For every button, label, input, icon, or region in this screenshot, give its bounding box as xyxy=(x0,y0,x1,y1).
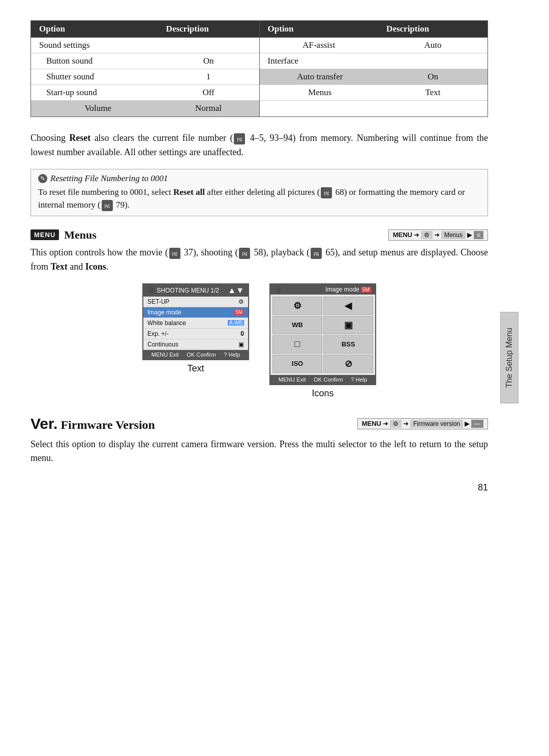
left-table-option-header: Option xyxy=(31,21,158,38)
fw-nav-item-3: — xyxy=(471,420,483,428)
table-row: AF-assist Auto xyxy=(260,38,488,53)
screen-header-title: 🎥 SHOOTING MENU 1/2 xyxy=(147,287,219,294)
note-title: ✎ Resetting File Numbering to 0001 xyxy=(38,173,480,184)
table-row: Interface xyxy=(260,53,488,69)
table-row: Button sound On xyxy=(31,53,259,69)
side-tab: The Setup Menu xyxy=(500,312,518,403)
page-ref-icon4: pg xyxy=(169,248,180,259)
text-screenshot: 🎥 SHOOTING MENU 1/2 ▲▼ SET-UP ⚙ Image mo… xyxy=(142,283,249,360)
nav-item-3: ≡ xyxy=(474,231,483,239)
fw-nav-arrow1: ➜ xyxy=(383,420,388,427)
screen-body: SET-UP ⚙ Image mode 5M White balance A-W… xyxy=(143,297,248,350)
note-body: To reset file numbering to 0001, select … xyxy=(38,186,480,212)
firmware-body-text: Select this option to display the curren… xyxy=(30,438,488,466)
firmware-title: Firmware Version xyxy=(60,418,155,432)
screen-row: Exp. +/- 0 xyxy=(143,329,248,339)
icon-cell-settings: ⚙ xyxy=(272,297,322,315)
settings-table: Option Description Sound settings Button… xyxy=(30,20,488,117)
page-ref-icon3: pg xyxy=(102,200,113,211)
icon-cell-cancel: ⊘ xyxy=(323,355,373,373)
menus-nav-breadcrumb: MENU ➜ ⚙ ➜ Menus ▶ ≡ xyxy=(388,229,488,241)
fw-nav-item-2: Firmware version xyxy=(410,420,463,428)
icon-cell-back: ◀ xyxy=(323,297,373,315)
text-screenshot-item: 🎥 SHOOTING MENU 1/2 ▲▼ SET-UP ⚙ Image mo… xyxy=(142,283,249,399)
fw-nav-arrow3: ▶ xyxy=(465,420,470,427)
table-row: Volume Normal xyxy=(31,101,259,117)
ver-prefix: Ver. xyxy=(30,415,57,432)
note-icon: ✎ xyxy=(38,174,47,183)
screen-row-highlight: Image mode 5M xyxy=(143,307,248,318)
page-ref-icon2: pg xyxy=(321,187,332,198)
screen-row: Continuous ▣ xyxy=(143,339,248,350)
icon-cell-wb: WB xyxy=(272,316,322,334)
page-ref-icon5: pg xyxy=(239,248,250,259)
menus-body-text: This option controls how the movie (pg 3… xyxy=(30,246,488,274)
table-row: Menus Text xyxy=(260,85,488,101)
page-number: 81 xyxy=(478,482,488,493)
left-table-desc-header: Description xyxy=(158,21,259,38)
nav-arrow1: ➜ xyxy=(414,231,419,239)
table-row: Auto transfer On xyxy=(260,69,488,85)
nav-menu-icon: MENU xyxy=(393,231,412,239)
table-row: Shutter sound 1 xyxy=(31,69,259,85)
right-table-option-header: Option xyxy=(260,21,379,38)
note-box: ✎ Resetting File Numbering to 0001 To re… xyxy=(30,169,488,216)
table-row: Start-up sound Off xyxy=(31,85,259,101)
screenshots-row: 🎥 SHOOTING MENU 1/2 ▲▼ SET-UP ⚙ Image mo… xyxy=(30,283,488,399)
icons-screenshot-item: 🎥 Image mode 5M ⚙ ◀ WB ▣ □ BSS ISO ⊘ MEN… xyxy=(269,283,376,399)
page-ref-icon: pg xyxy=(234,133,245,144)
menus-title-group: MENU Menus xyxy=(30,228,97,242)
menu-badge: MENU xyxy=(30,229,59,240)
nav-item-1: ⚙ xyxy=(421,231,433,239)
icons-screen-footer: MENU Exit OK Confirm ? Help xyxy=(270,375,375,384)
table-row: Sound settings xyxy=(31,38,259,53)
firmware-section-header: Ver. Firmware Version MENU ➜ ⚙ ➜ Firmwar… xyxy=(30,415,488,432)
icons-screen-body: ⚙ ◀ WB ▣ □ BSS ISO ⊘ xyxy=(270,295,375,375)
side-tab-text: The Setup Menu xyxy=(505,328,514,388)
menus-section-header: MENU Menus MENU ➜ ⚙ ➜ Menus ▶ ≡ xyxy=(30,228,488,242)
icons-screenshot: 🎥 Image mode 5M ⚙ ◀ WB ▣ □ BSS ISO ⊘ MEN… xyxy=(269,283,376,385)
nav-arrow3: ▶ xyxy=(467,231,472,239)
icon-cell-iso: ISO xyxy=(272,355,322,373)
screen-header-scroll: ▲▼ xyxy=(228,286,244,295)
nav-arrow2: ➜ xyxy=(434,231,440,239)
page-ref-icon6: pg xyxy=(311,248,322,259)
nav-item-2: Menus xyxy=(441,231,466,239)
icon-cell-bss: BSS xyxy=(323,335,373,354)
text-screenshot-label: Text xyxy=(187,363,204,374)
screen-row: White balance A-WB xyxy=(143,318,248,329)
body-paragraph-1: Choosing Reset also clears the current f… xyxy=(30,131,488,160)
fw-nav-arrow2: ➜ xyxy=(403,420,409,427)
icon-cell-copy: □ xyxy=(272,335,322,354)
fw-nav-menu-icon: MENU xyxy=(362,420,381,427)
icons-screenshot-label: Icons xyxy=(312,388,333,399)
fw-nav-item-1: ⚙ xyxy=(390,420,402,428)
screen-footer: MENU Exit OK Confirm ? Help xyxy=(143,350,248,359)
icon-cell-grid: ▣ xyxy=(323,316,373,334)
right-table-desc-header: Description xyxy=(378,21,487,38)
menus-section-title: Menus xyxy=(64,228,97,242)
firmware-nav-breadcrumb: MENU ➜ ⚙ ➜ Firmware version ▶ — xyxy=(357,418,488,429)
screen-row: SET-UP ⚙ xyxy=(143,297,248,307)
icons-screen-header: 🎥 Image mode 5M xyxy=(270,284,375,295)
screen-header: 🎥 SHOOTING MENU 1/2 ▲▼ xyxy=(143,284,248,297)
